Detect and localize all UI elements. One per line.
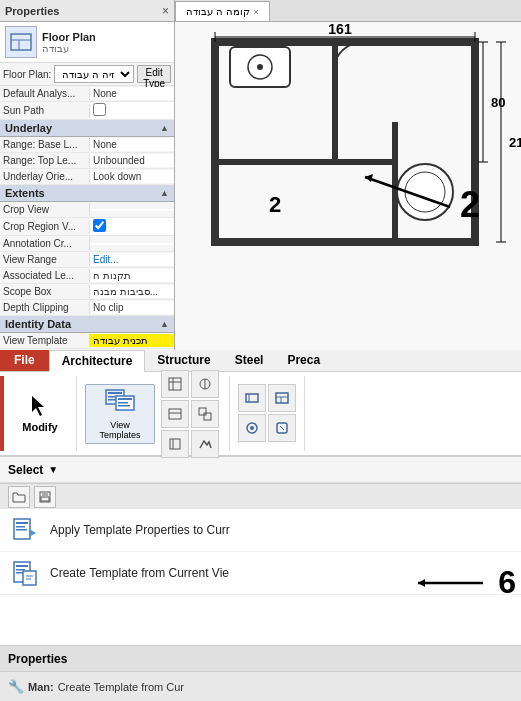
small-buttons-grid-2 [161, 430, 219, 458]
svg-text:2: 2 [269, 192, 281, 217]
tab-close-button[interactable]: × [254, 7, 259, 17]
underlay-ori-value: Look down [90, 170, 174, 183]
annotation-cr-value [90, 243, 174, 245]
small-btn-6[interactable] [191, 430, 219, 458]
range-top-row: Range: Top Le... Unbounded [0, 153, 174, 169]
tab-steel[interactable]: Steel [223, 349, 276, 371]
save-icon[interactable] [34, 486, 56, 508]
apply-template-text: Apply Template Properties to Curr [50, 523, 511, 537]
view-template-value[interactable]: תכנית עבודה [90, 334, 174, 347]
svg-rect-65 [16, 529, 27, 531]
svg-line-58 [280, 426, 284, 430]
wrench-icon: 🔧 [8, 679, 24, 694]
scope-box-row: Scope Box סביבות מבנה... [0, 284, 174, 300]
steel-tab-label: Steel [235, 353, 264, 367]
svg-rect-46 [199, 408, 206, 415]
crop-region-label: Crop Region V... [0, 220, 90, 233]
panel-close-button[interactable]: × [162, 4, 169, 18]
create-template-icon [10, 558, 40, 588]
default-analysis-value: None [90, 87, 174, 100]
small-btn-4[interactable] [191, 400, 219, 428]
crop-region-checkbox[interactable] [93, 219, 106, 232]
select-dropdown-arrow[interactable]: ▼ [48, 464, 58, 475]
associated-le-label: Associated Le... [0, 269, 90, 282]
svg-rect-47 [204, 413, 211, 420]
modify-button[interactable]: Modify [12, 384, 68, 444]
view-templates-icon [104, 386, 136, 418]
extra-btn-4[interactable] [268, 414, 296, 442]
file-tab-label: File [14, 353, 35, 367]
crop-view-row: Crop View [0, 202, 174, 218]
ribbon-tabs: File Architecture Structure Steel Preca [0, 350, 521, 372]
view-range-row: View Range Edit... [0, 252, 174, 268]
svg-rect-67 [29, 532, 34, 534]
structure-tab-label: Structure [157, 353, 210, 367]
architecture-tab-label: Architecture [62, 354, 133, 368]
extents-collapse[interactable]: ▲ [160, 188, 169, 198]
svg-rect-32 [108, 392, 122, 394]
properties-bar: Properties [0, 645, 521, 671]
extra-btn-1[interactable] [238, 384, 266, 412]
underlay-label: Underlay [5, 122, 52, 134]
svg-rect-52 [276, 393, 288, 403]
extra-btn-2[interactable] [268, 384, 296, 412]
view-range-label: View Range [0, 253, 90, 266]
svg-rect-39 [169, 378, 181, 390]
view-range-value[interactable]: Edit... [90, 253, 174, 266]
extra-btn-3[interactable] [238, 414, 266, 442]
annotation-cr-row: Annotation Cr... [0, 236, 174, 252]
tab-architecture[interactable]: Architecture [49, 350, 146, 372]
ribbon-modify-section: Modify [4, 376, 77, 451]
small-btn-1[interactable] [161, 370, 189, 398]
crop-region-value [90, 218, 174, 235]
default-analysis-row: Default Analys... None [0, 86, 174, 102]
svg-text:161: 161 [328, 22, 352, 37]
apply-template-item[interactable]: Apply Template Properties to Curr [0, 509, 521, 552]
svg-text:80: 80 [491, 95, 505, 110]
floor-plan-select[interactable]: זיה ה עבודה [54, 65, 134, 83]
scope-box-value: סביבות מבנה... [90, 285, 174, 298]
small-buttons-grid [161, 370, 219, 428]
panel-title: Properties [5, 5, 59, 17]
floorplan-svg: 161 80 210 2 2 [175, 22, 521, 350]
svg-rect-72 [23, 571, 36, 585]
properties-bar-label: Properties [8, 652, 67, 666]
svg-marker-76 [418, 579, 425, 587]
extents-label: Extents [5, 187, 45, 199]
svg-rect-48 [170, 439, 180, 449]
view-tab-bar: קומה ה עבודה × [175, 0, 521, 22]
small-btn-3[interactable] [161, 400, 189, 428]
underlay-collapse[interactable]: ▲ [160, 123, 169, 133]
identity-data-collapse[interactable]: ▲ [160, 319, 169, 329]
view-templates-button[interactable]: ViewTemplates [85, 384, 155, 444]
range-top-label: Range: Top Le... [0, 154, 90, 167]
small-btn-2[interactable] [191, 370, 219, 398]
svg-rect-0 [11, 34, 31, 50]
floorplan-tab[interactable]: קומה ה עבודה × [175, 1, 270, 21]
folder-icon[interactable] [8, 486, 30, 508]
scope-box-label: Scope Box [0, 285, 90, 298]
sun-path-label: Sun Path [0, 104, 90, 117]
type-info: Floor Plan עבודה [42, 31, 169, 54]
small-btn-5[interactable] [161, 430, 189, 458]
bottom-section: File Architecture Structure Steel Preca [0, 350, 521, 701]
ribbon-select-row: Select ▼ [0, 457, 521, 483]
svg-rect-44 [169, 409, 181, 419]
select-label: Select [8, 463, 43, 477]
edit-type-button[interactable]: Edit Type [137, 65, 171, 83]
svg-rect-36 [118, 398, 132, 400]
crop-view-label: Crop View [0, 203, 90, 216]
svg-rect-64 [16, 526, 25, 528]
annotation-number-6: 6 [498, 564, 516, 601]
svg-rect-63 [16, 522, 28, 524]
sun-path-checkbox[interactable] [93, 103, 106, 116]
tab-preca[interactable]: Preca [275, 349, 332, 371]
tab-file[interactable]: File [0, 349, 49, 371]
view-template-row: View Template תכנית עבודה [0, 333, 174, 349]
depth-clipping-value: No clip [90, 301, 174, 314]
identity-data-label: Identity Data [5, 318, 71, 330]
panel-type-row: Floor Plan עבודה [0, 22, 174, 63]
small-buttons-area [159, 368, 221, 460]
bottom-info-bar: 🔧 Man: Create Template from Cur [0, 671, 521, 701]
bottom-info-bold: Man: [28, 681, 54, 693]
